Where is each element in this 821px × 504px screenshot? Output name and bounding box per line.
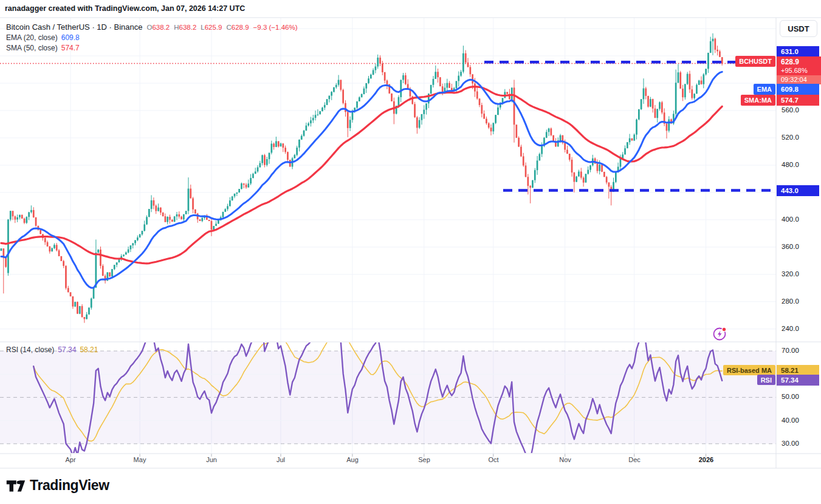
last-price-axis-label: 628.9 +95.68% 09:32:04 — [777, 56, 821, 84]
time-axis-label: Aug — [340, 456, 365, 463]
sma-value: 574.7 — [61, 44, 80, 52]
last-price-value: 628.9 — [781, 58, 821, 66]
tradingview-logo-text: TradingView — [30, 477, 109, 494]
price-tick-label: 280.0 — [781, 298, 799, 305]
main-legend: Bitcoin Cash / TetherUS · 1D · BinanceO6… — [6, 22, 297, 53]
symbol-title[interactable]: Bitcoin Cash / TetherUS · 1D · Binance — [6, 22, 142, 32]
price-tick-label: 400.0 — [781, 216, 799, 223]
rsi-axis-label: 57.34 — [777, 375, 819, 386]
quick-trade-lightning-button[interactable] — [712, 325, 728, 342]
lightning-icon — [712, 325, 728, 342]
close-label: C — [227, 24, 232, 31]
price-tick-label: 320.0 — [781, 270, 799, 278]
sma-label[interactable]: SMA (50, close) — [6, 44, 58, 52]
price-tick-label: 560.0 — [781, 106, 799, 114]
price-tick-label: 240.0 — [781, 325, 799, 332]
price-chart-canvas[interactable] — [0, 0, 821, 504]
price-tick-label: 360.0 — [781, 243, 799, 250]
ema-label[interactable]: EMA (20, close) — [6, 33, 58, 42]
last-price-percent: +95.68% — [781, 66, 821, 75]
high-label: H — [174, 24, 179, 31]
support-level-axis-label: 443.0 — [777, 185, 819, 196]
ema-legend-row[interactable]: EMA (20, close)609.8 — [6, 33, 297, 43]
rsi-label[interactable]: RSI (14, close) — [6, 346, 54, 354]
open-value: 638.2 — [152, 24, 170, 31]
rsi-value: 57.34 — [58, 346, 76, 354]
ema-tag: EMA — [754, 84, 775, 95]
symbol-legend-row[interactable]: Bitcoin Cash / TetherUS · 1D · BinanceO6… — [6, 22, 297, 33]
rsi-legend-row[interactable]: RSI (14, close)57.3458.21 — [6, 346, 98, 354]
time-axis-label: Nov — [553, 456, 577, 463]
time-axis-label: 2026 — [694, 456, 718, 463]
rsi-tick-label: 70.00 — [781, 347, 799, 354]
ema-value: 609.8 — [61, 33, 80, 42]
tradingview-logo[interactable]: TradingView — [6, 477, 109, 494]
rsi-tick-label: 40.00 — [781, 417, 799, 424]
price-tick-label: 520.0 — [781, 134, 799, 141]
time-axis-label: Dec — [622, 456, 647, 463]
rsi-tick-label: 50.00 — [781, 393, 799, 400]
time-axis-label: Oct — [481, 456, 506, 463]
time-axis-label: May — [128, 456, 152, 463]
rsi-ma-tag: RSI-based MA — [723, 365, 775, 375]
bar-countdown: 09:32:04 — [777, 75, 821, 84]
low-value: 625.9 — [205, 24, 222, 31]
change-value: −9.3 (−1.46%) — [253, 24, 298, 31]
rsi-tag: RSI — [757, 375, 775, 385]
time-axis-label: Sep — [412, 456, 436, 463]
time-axis-label: Jun — [199, 456, 224, 463]
tradingview-chart-window: ranadagger created with TradingView.com,… — [0, 0, 821, 504]
currency-toggle-button[interactable]: USDT — [780, 20, 817, 37]
sma-legend-row[interactable]: SMA (50, close)574.7 — [6, 43, 297, 53]
high-value: 638.2 — [179, 24, 197, 31]
time-axis-label: Apr — [58, 456, 83, 463]
sma-axis-label: 574.7 — [777, 95, 819, 106]
symbol-price-tag: BCHUSDT — [735, 56, 775, 67]
rsi-ma-value: 58.21 — [80, 346, 98, 354]
sma-tag: SMA:MA — [741, 95, 775, 106]
tradingview-logo-icon — [6, 478, 26, 494]
time-axis-label: Jul — [269, 456, 293, 463]
ema-axis-label: 609.8 — [777, 84, 819, 95]
resistance-level-axis-label: 631.0 — [777, 46, 819, 57]
rsi-tick-label: 30.00 — [781, 440, 799, 447]
price-tick-label: 480.0 — [781, 161, 799, 168]
attribution-text: ranadagger created with TradingView.com,… — [5, 4, 245, 13]
close-value: 628.9 — [232, 24, 249, 31]
